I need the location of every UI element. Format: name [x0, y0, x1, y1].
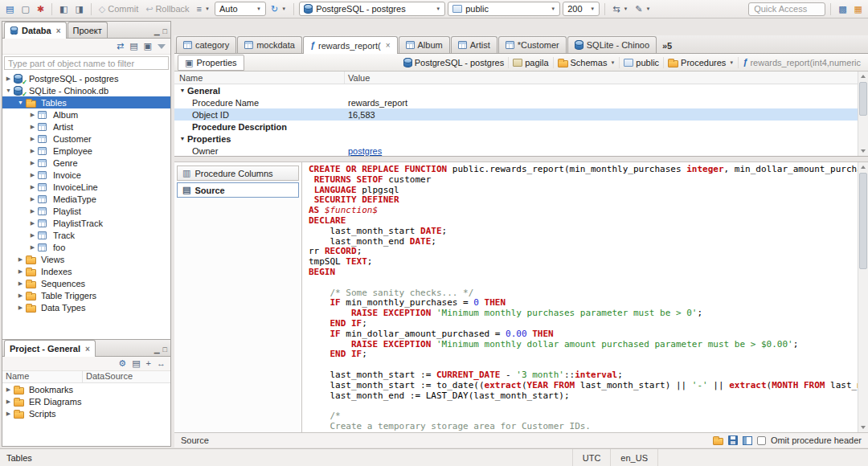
tree-item[interactable]: ▶Album	[2, 108, 170, 121]
toggle-panel-icon[interactable]	[743, 436, 752, 445]
sql-console-button[interactable]: ◧	[57, 3, 70, 15]
tree-item[interactable]: ▶Artist	[2, 121, 170, 133]
source-viewer[interactable]: CREATE OR REPLACE FUNCTION public.reward…	[302, 162, 868, 432]
tab-database-navigator[interactable]: Databa ×	[4, 22, 67, 39]
scroll-down-button[interactable]	[858, 423, 868, 432]
open-file-icon[interactable]	[713, 438, 723, 445]
open-perspective-button[interactable]: ▩	[836, 3, 849, 15]
tree-item[interactable]: ▶Views	[2, 253, 170, 265]
filter-icon[interactable]	[158, 44, 166, 49]
minimize-icon[interactable]: ▁	[154, 345, 160, 354]
close-icon[interactable]: ×	[85, 345, 90, 354]
close-icon[interactable]: ×	[56, 27, 61, 35]
property-row[interactable]: Object ID16,583	[174, 108, 868, 121]
expand-right-icon[interactable]: ▶	[4, 399, 13, 405]
breadcrumb-item[interactable]: Schemas▼	[553, 57, 620, 68]
expand-right-icon[interactable]: ▶	[4, 76, 13, 82]
editor-tab[interactable]: category	[176, 36, 236, 53]
tab-properties[interactable]: ▣ Properties	[178, 55, 244, 71]
properties-scrollbar[interactable]	[858, 72, 868, 156]
tree-item[interactable]: ▶Customer	[2, 133, 170, 145]
scroll-up-button[interactable]	[858, 162, 868, 172]
expand-right-icon[interactable]: ▶	[4, 411, 13, 417]
tree-item[interactable]: ▶Genre	[2, 157, 170, 169]
tab-overflow-indicator[interactable]: »5	[662, 41, 672, 51]
tree-item[interactable]: ▶Playlist	[2, 205, 170, 217]
tree-item[interactable]: ▶foo	[2, 241, 170, 253]
expand-right-icon[interactable]: ▶	[16, 256, 25, 263]
tree-item[interactable]: ▶Data Types	[2, 301, 170, 313]
editor-tab[interactable]: SQLite - Chinoo	[567, 36, 657, 53]
breadcrumb-item[interactable]: public	[619, 57, 663, 68]
perspective-button[interactable]: ▦	[852, 3, 865, 15]
connection-combo[interactable]: PostgreSQL - postgres▼	[299, 2, 445, 16]
new-object-button[interactable]: ✱	[35, 3, 47, 15]
project-item[interactable]: ▶ER Diagrams	[2, 395, 170, 407]
project-item[interactable]: ▶Scripts	[2, 407, 170, 419]
expand-right-icon[interactable]: ▶	[16, 268, 25, 275]
breadcrumb-item[interactable]: Procedures▼	[663, 57, 738, 68]
editor-tab[interactable]: *Customer	[498, 36, 567, 53]
minimize-icon[interactable]: ▁	[154, 27, 160, 35]
property-row[interactable]: ▼General	[174, 84, 868, 96]
tree-item[interactable]: ▶PlaylistTrack	[2, 217, 170, 229]
expand-right-icon[interactable]: ▶	[28, 184, 37, 190]
close-icon[interactable]: ×	[386, 41, 391, 50]
resize-icon[interactable]: ↔	[157, 359, 166, 368]
property-row[interactable]: ▼Properties	[174, 133, 868, 145]
tree-item[interactable]: ▶InvoiceLine	[2, 181, 170, 193]
maximize-icon[interactable]: □	[163, 27, 167, 35]
expand-right-icon[interactable]: ▶	[16, 305, 25, 311]
save-icon[interactable]	[728, 435, 738, 445]
expand-down-icon[interactable]: ▼	[178, 88, 187, 93]
tree-item[interactable]: ▶Track	[2, 229, 170, 241]
expand-down-icon[interactable]: ▼	[16, 100, 25, 105]
edit-button[interactable]: ✎▼	[633, 3, 653, 15]
tab-projects[interactable]: Проект	[68, 22, 108, 38]
breadcrumb-item[interactable]: PostgreSQL - postgres	[399, 57, 508, 68]
fetch-size-input[interactable]: 200▼	[563, 2, 600, 16]
side-tab-procedure-columns[interactable]: ▥Procedure Columns	[177, 166, 299, 181]
refresh-button[interactable]: ↻▼	[268, 3, 289, 15]
expand-down-icon[interactable]: ▼	[4, 88, 13, 93]
expand-right-icon[interactable]: ▶	[16, 292, 25, 299]
locale-indicator[interactable]: en_US	[610, 449, 657, 466]
tx-mode-combo[interactable]: Auto▼	[215, 2, 266, 16]
schema-combo[interactable]: public▼	[448, 2, 560, 16]
transaction-log-button[interactable]: ≡▼	[194, 3, 212, 15]
project-item[interactable]: ▶Bookmarks	[2, 383, 170, 395]
property-value[interactable]: postgres	[348, 146, 382, 156]
expand-right-icon[interactable]: ▶	[28, 196, 37, 202]
layout-icon[interactable]: ▣	[144, 42, 152, 51]
property-row[interactable]: Ownerpostgres	[174, 145, 868, 157]
expand-right-icon[interactable]: ▶	[28, 220, 37, 227]
tree-item[interactable]: ▶Employee	[2, 145, 170, 157]
editor-tab[interactable]: ƒrewards_report(×	[303, 36, 398, 54]
property-row[interactable]: Procedure Namerewards_report	[174, 96, 868, 108]
editor-tab[interactable]: Artist	[451, 36, 497, 53]
quick-access-input[interactable]: Quick Access	[748, 2, 825, 16]
tab-project-general[interactable]: Project - General ×	[4, 340, 96, 357]
collapse-all-icon[interactable]: ▤	[132, 359, 140, 368]
omit-header-checkbox[interactable]	[757, 436, 766, 445]
expand-right-icon[interactable]: ▶	[28, 160, 37, 166]
expand-right-icon[interactable]: ▶	[28, 232, 37, 239]
tree-item[interactable]: ▶✓PostgreSQL - postgres	[2, 72, 170, 84]
source-scrollbar[interactable]	[858, 162, 868, 432]
tree-item[interactable]: ▶Indexes	[2, 265, 170, 277]
expand-right-icon[interactable]: ▶	[16, 280, 25, 287]
commit-button[interactable]: ◇Commit	[96, 2, 141, 15]
scrollbar-thumb[interactable]	[859, 82, 867, 116]
rollback-button[interactable]: ↩Rollback	[143, 2, 191, 15]
source-code[interactable]: CREATE OR REPLACE FUNCTION public.reward…	[302, 162, 858, 432]
tree-item[interactable]: ▼Tables	[2, 96, 170, 108]
expand-right-icon[interactable]: ▶	[28, 136, 37, 142]
object-filter-input[interactable]: Type part of object name to filter	[4, 56, 169, 70]
expand-right-icon[interactable]: ▶	[28, 172, 37, 178]
timezone-indicator[interactable]: UTC	[572, 449, 611, 466]
editor-tab[interactable]: mockdata	[237, 36, 302, 53]
expand-right-icon[interactable]: ▶	[28, 244, 37, 251]
expand-right-icon[interactable]: ▶	[28, 124, 37, 130]
plus-icon[interactable]: +	[146, 359, 151, 368]
column-header-name[interactable]: Name	[2, 371, 83, 382]
